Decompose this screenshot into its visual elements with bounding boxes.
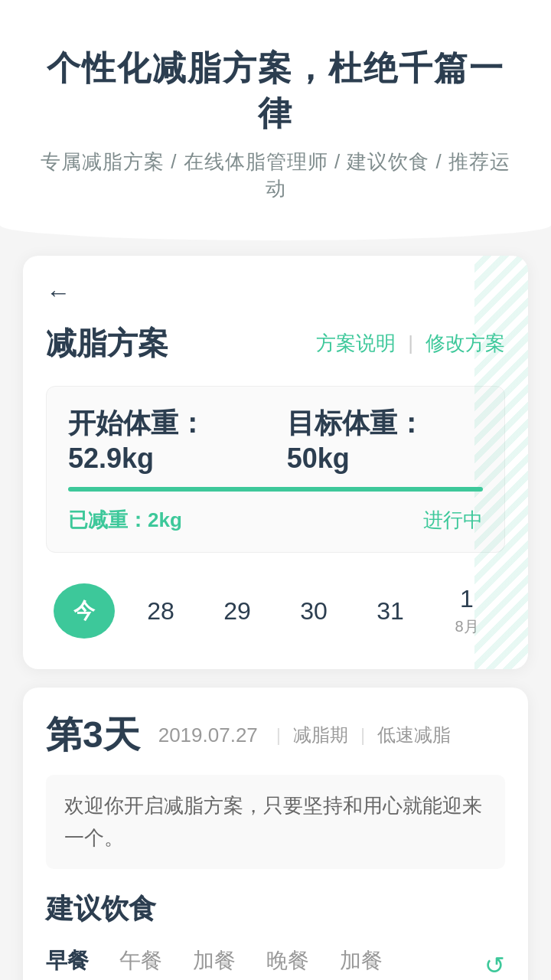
plan-card: ← 减脂方案 方案说明 | 修改方案 开始体重：52.9kg 目标体重：50kg: [23, 256, 528, 669]
actions-divider: |: [408, 332, 413, 355]
calendar-today[interactable]: 今: [54, 583, 115, 639]
weight-row: 开始体重：52.9kg 目标体重：50kg: [68, 405, 483, 475]
day-date: 2019.07.27: [158, 724, 258, 747]
tab-snack2[interactable]: 加餐: [340, 946, 383, 980]
start-weight: 开始体重：52.9kg: [68, 405, 287, 475]
day-tags: 减脂期 低速减脂: [276, 723, 451, 747]
calendar-strip: 今 28 29 30 31 1 8月: [46, 576, 505, 646]
day-message: 欢迎你开启减脂方案，只要坚持和用心就能迎来一个。: [46, 775, 505, 869]
page-title: 个性化减脂方案，杜绝千篇一律: [31, 46, 520, 136]
calendar-day-31[interactable]: 31: [360, 597, 421, 626]
page-subtitle: 专属减脂方案 / 在线体脂管理师 / 建议饮食 / 推荐运动: [31, 149, 520, 202]
day-number: 第3天: [46, 710, 140, 760]
card-header: 减脂方案 方案说明 | 修改方案: [46, 322, 505, 364]
day-header: 第3天 2019.07.27 减脂期 低速减脂: [46, 710, 505, 760]
target-weight: 目标体重：50kg: [287, 405, 483, 475]
calendar-day-28[interactable]: 28: [130, 597, 191, 626]
calendar-day-30[interactable]: 30: [283, 597, 344, 626]
tab-dinner[interactable]: 晚餐: [266, 946, 309, 980]
day-tag-speed: 低速减脂: [360, 723, 451, 747]
day-section: 第3天 2019.07.27 减脂期 低速减脂 欢迎你开启减脂方案，只要坚持和用…: [23, 688, 528, 980]
weight-lost: 已减重：2kg: [68, 507, 182, 534]
card-title: 减脂方案: [46, 322, 168, 364]
tab-lunch[interactable]: 午餐: [119, 946, 162, 980]
weight-info-box: 开始体重：52.9kg 目标体重：50kg 已减重：2kg 进行中: [46, 386, 505, 553]
back-button[interactable]: ←: [46, 279, 70, 307]
progress-bar: [68, 487, 483, 492]
explain-button[interactable]: 方案说明: [316, 330, 396, 357]
tab-breakfast[interactable]: 早餐: [46, 946, 89, 980]
weight-status-row: 已减重：2kg 进行中: [68, 507, 483, 534]
meal-tabs: 早餐 午餐 加餐 晚餐 加餐 ↺: [46, 946, 505, 980]
tab-snack1[interactable]: 加餐: [193, 946, 236, 980]
diet-section-title: 建议饮食: [46, 890, 505, 928]
calendar-day-29[interactable]: 29: [207, 597, 268, 626]
main-content: ← 减脂方案 方案说明 | 修改方案 开始体重：52.9kg 目标体重：50kg: [0, 225, 551, 980]
page-header: 个性化减脂方案，杜绝千篇一律 专属减脂方案 / 在线体脂管理师 / 建议饮食 /…: [0, 0, 551, 225]
refresh-button[interactable]: ↺: [484, 951, 505, 980]
day-tag-period: 减脂期: [276, 723, 348, 747]
